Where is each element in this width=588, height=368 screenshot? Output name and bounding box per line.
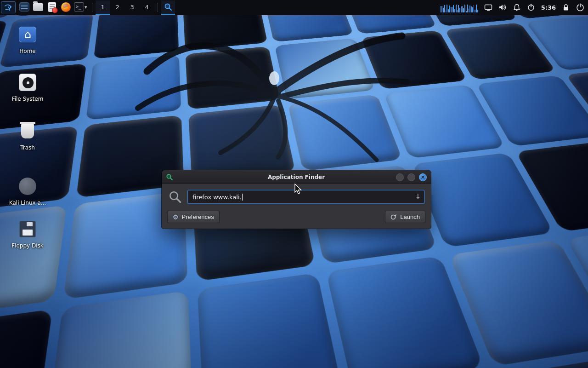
viz-bar [469,6,470,12]
desktop-icon-kali-docs[interactable]: Kali Linux a... [3,176,52,206]
terminal-launcher[interactable]: >_ ▾ [73,0,89,15]
viz-bar [446,11,447,12]
search-input-wrap: firefox www.kali. ↓ [187,190,424,204]
folder-launcher[interactable] [31,0,45,15]
search-icon [168,190,182,204]
clock[interactable]: 5:36 [541,4,556,11]
home-icon: ⌂ [19,27,36,42]
search-input[interactable]: firefox www.kali. [187,190,424,204]
desktop-root: >_ ▾ 1 2 3 4 [0,0,588,368]
desktop-icon-label: File System [3,96,52,102]
launch-button[interactable]: Launch [385,211,425,223]
viz-bar [443,8,444,12]
minimize-button[interactable] [396,173,404,181]
desktop-icon-home[interactable]: ⌂ Home [3,24,52,54]
logout-icon[interactable] [576,3,584,12]
text-editor-launcher[interactable] [45,0,59,15]
workspace-1-label: 1 [97,4,109,11]
viz-bar [472,7,473,12]
desktop-icon-label: Trash [3,144,52,151]
folder-icon [33,3,43,11]
viz-bar [441,6,441,12]
search-query-text: firefox www.kali. [192,194,242,201]
text-editor-icon [48,2,56,12]
mouse-cursor [294,184,303,195]
panel-tray: 5:36 [441,0,588,15]
launch-label: Launch [400,213,420,220]
input-dropdown-arrow-icon[interactable]: ↓ [415,192,421,201]
preferences-button[interactable]: ⚙ Preferences [167,211,220,223]
firefox-icon [61,2,71,12]
button-row: ⚙ Preferences Launch [162,208,431,229]
viz-bar [459,8,460,12]
applications-menu-button[interactable] [1,1,16,13]
workspace-3-label: 3 [126,4,138,11]
viz-bar [464,5,465,12]
kali-dragon-logo [126,7,416,163]
notifications-bell-icon[interactable] [513,3,521,12]
viz-bar [476,5,477,12]
power-manager-icon[interactable] [527,3,535,12]
viz-bar [441,6,442,12]
workspace-2-label: 2 [112,4,124,11]
panel-launchers: >_ ▾ 1 2 3 4 [0,0,175,15]
hard-disk-icon [19,74,36,91]
maximize-button[interactable] [407,173,415,181]
cube [46,291,193,368]
display-icon[interactable] [484,3,492,12]
cube [0,309,52,368]
viz-bar [466,11,467,12]
app-finder-icon [166,173,173,181]
workspace-2-button[interactable]: 2 [110,0,125,15]
panel-separator [158,3,158,12]
workspace-4-label: 4 [141,4,153,11]
viz-bar [449,6,450,12]
window-controls: × [396,173,427,181]
desktop-icon-trash[interactable]: Trash [3,121,52,151]
chevron-down-icon[interactable]: ▾ [85,4,87,10]
firefox-launcher[interactable] [59,0,73,15]
close-button[interactable]: × [419,173,427,181]
lock-icon[interactable] [562,3,570,12]
viz-bar [477,10,478,12]
viz-bar [458,5,459,12]
kali-logo-icon [4,3,12,12]
cube [198,273,343,368]
volume-icon[interactable] [498,3,507,12]
workspace-1-button[interactable]: 1 [96,0,110,15]
desktop-icon-file-system[interactable]: File System [3,72,52,102]
viz-bar [448,9,449,12]
viz-bar [452,7,453,12]
text-caret [242,194,243,201]
panel-separator [92,3,92,12]
viz-bar [463,8,464,12]
viz-bar [456,5,457,12]
viz-bar [474,5,475,12]
viz-bar [447,5,447,12]
viz-bar [475,10,475,12]
kali-circle-icon [19,178,36,195]
workspace-3-button[interactable]: 3 [125,0,140,15]
viz-bar [461,6,462,12]
file-manager-icon [19,2,29,12]
viz-bar [467,5,468,12]
desktop-icon-label: Home [3,48,52,54]
taskbar-app-finder-button[interactable] [161,0,175,15]
floppy-disk-icon [19,221,36,237]
viz-bar [454,9,455,12]
file-manager-launcher[interactable] [17,0,31,15]
preferences-label: Preferences [182,213,214,220]
desktop-icon-floppy[interactable]: Floppy Disk [3,219,52,249]
desktop-icon-label: Floppy Disk [3,242,52,249]
top-panel: >_ ▾ 1 2 3 4 [0,0,588,15]
viz-bar [451,7,452,12]
desktop-icon-label: Kali Linux a... [3,200,52,206]
viz-bar [444,5,445,12]
titlebar[interactable]: Application Finder × [162,170,431,184]
viz-bar [469,9,469,12]
viz-bar [457,10,458,12]
viz-bar [471,6,472,12]
audio-visualizer [441,2,478,12]
search-icon [164,3,172,11]
workspace-4-button[interactable]: 4 [140,0,154,15]
